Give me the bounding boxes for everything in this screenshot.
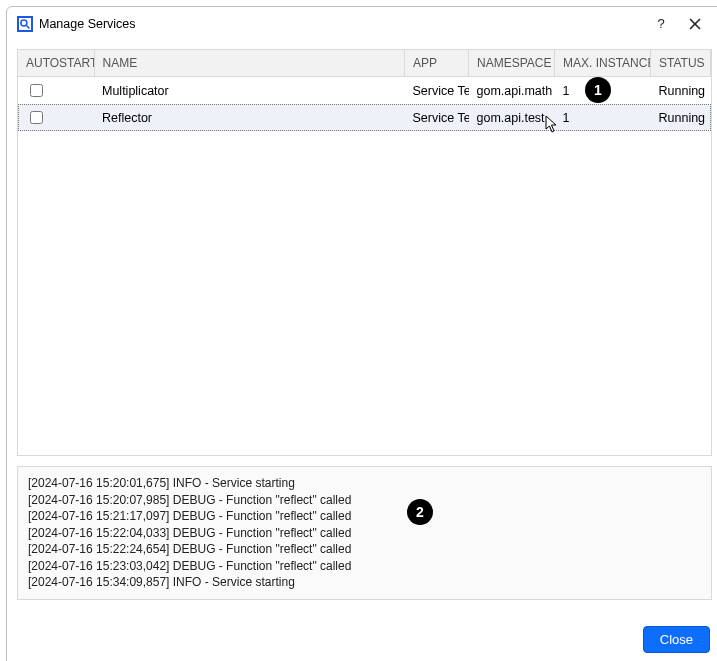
cell-app: Service Test — [405, 104, 469, 131]
cell-status: Running — [651, 104, 711, 131]
manage-services-dialog: Manage Services ? AUTOSTART NAME APP NAM… — [6, 6, 717, 661]
log-line: [2024-07-16 15:21:17,097] DEBUG - Functi… — [28, 508, 701, 525]
col-autostart[interactable]: AUTOSTART — [18, 50, 94, 77]
table-row[interactable]: Reflector Service Test gom.api.test 1 Ru… — [18, 104, 711, 131]
autostart-checkbox[interactable] — [30, 111, 43, 124]
log-line: [2024-07-16 15:34:09,857] INFO - Service… — [28, 574, 701, 591]
col-app[interactable]: APP — [405, 50, 469, 77]
svg-line-1 — [27, 25, 30, 28]
svg-point-0 — [21, 19, 27, 25]
cell-max-instances: 1 — [555, 104, 651, 131]
col-name[interactable]: NAME — [94, 50, 405, 77]
window-title: Manage Services — [39, 17, 644, 31]
services-table: AUTOSTART NAME APP NAMESPACE MAX. INSTAN… — [17, 49, 712, 456]
dialog-content: AUTOSTART NAME APP NAMESPACE MAX. INSTAN… — [7, 41, 717, 620]
log-panel[interactable]: [2024-07-16 15:20:01,675] INFO - Service… — [17, 466, 712, 600]
log-line: [2024-07-16 15:20:07,985] DEBUG - Functi… — [28, 492, 701, 509]
cell-app: Service Test — [405, 77, 469, 105]
cell-namespace: gom.api.test — [469, 104, 555, 131]
close-icon — [689, 18, 701, 30]
log-line: [2024-07-16 15:22:24,654] DEBUG - Functi… — [28, 541, 701, 558]
close-window-button[interactable] — [678, 10, 712, 38]
log-line: [2024-07-16 15:23:03,042] DEBUG - Functi… — [28, 558, 701, 575]
autostart-checkbox[interactable] — [30, 84, 43, 97]
cell-status: Running — [651, 77, 711, 105]
dialog-footer: Close — [7, 620, 717, 661]
cell-namespace: gom.api.math — [469, 77, 555, 105]
annotation-badge-2: 2 — [407, 499, 433, 525]
close-button[interactable]: Close — [643, 626, 710, 653]
cell-name: Reflector — [94, 104, 405, 131]
magnifier-icon — [17, 16, 33, 32]
log-line: [2024-07-16 15:20:01,675] INFO - Service… — [28, 475, 701, 492]
titlebar: Manage Services ? — [7, 7, 717, 41]
cell-name: Multiplicator — [94, 77, 405, 105]
col-namespace[interactable]: NAMESPACE — [469, 50, 555, 77]
col-status[interactable]: STATUS — [651, 50, 711, 77]
help-button[interactable]: ? — [644, 10, 678, 38]
col-max-instances[interactable]: MAX. INSTANCES — [555, 50, 651, 77]
annotation-badge-1: 1 — [585, 77, 611, 103]
cursor-icon — [545, 115, 559, 137]
log-line: [2024-07-16 15:22:04,033] DEBUG - Functi… — [28, 525, 701, 542]
